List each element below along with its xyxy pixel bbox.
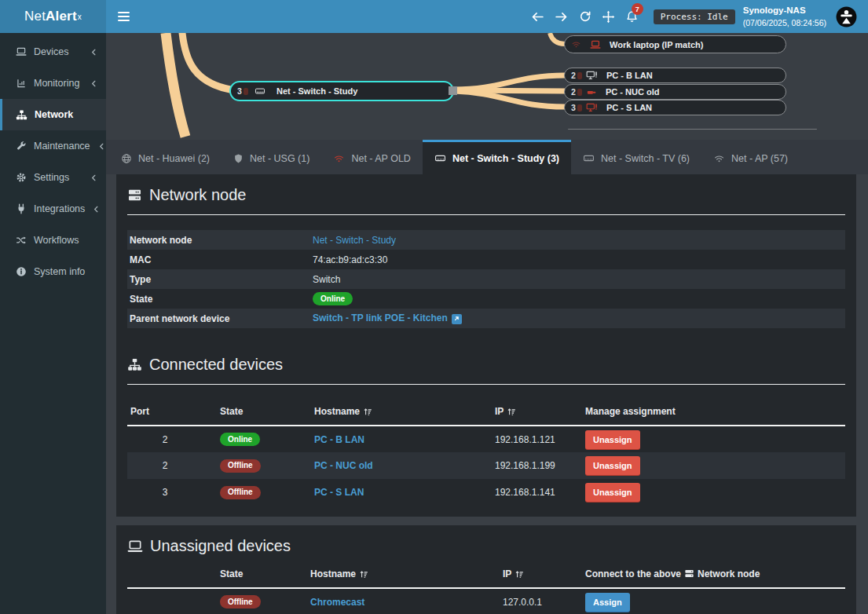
brand-alert: Alert — [46, 9, 77, 24]
mac-value: 74:ac:b9:ad:c3:30 — [310, 250, 845, 269]
topology-node-pc-nuc-old[interactable]: 2 PC - NUC old — [564, 84, 786, 100]
sidebar-item-label: Maintenance — [34, 141, 90, 152]
connected-devices-table: Port State Hostname IP Manage assignment… — [127, 397, 845, 506]
tab-net-switch-tv[interactable]: Net - Switch - TV (6) — [571, 140, 701, 174]
unassign-button[interactable]: Unassign — [585, 430, 640, 449]
hamburger-menu-icon[interactable] — [106, 0, 141, 33]
tab-net-usg[interactable]: Net - USG (1) — [222, 140, 321, 174]
header-ip[interactable]: IP — [495, 397, 585, 426]
header-manage-assignment: Manage assignment — [585, 397, 845, 426]
port-number: 2 — [571, 71, 577, 80]
header-hostname[interactable]: Hostname — [314, 397, 495, 426]
sidebar-item-label: Network — [35, 109, 98, 120]
unassigned-devices-table: State Hostname IP Connect to the aboveNe… — [127, 560, 845, 614]
port-number: 2 — [571, 87, 577, 97]
header-label: Hostname — [310, 568, 356, 579]
tab-net-ap-old[interactable]: Net - AP OLD — [321, 140, 423, 174]
back-arrow-icon[interactable] — [526, 0, 550, 33]
server-icon — [684, 568, 694, 579]
topology-node-label: PC - NUC old — [606, 87, 659, 97]
tab-label: Net - Huawei (2) — [138, 153, 210, 164]
gear-icon — [16, 172, 27, 183]
top-nav: 7 Process: Idle Synology-NAS (07/06/2025… — [106, 0, 868, 33]
app-logo[interactable]: NetAlertx — [0, 0, 106, 33]
sort-icon — [515, 569, 524, 579]
network-node-link[interactable]: Net - Switch - Study — [313, 235, 396, 246]
forward-arrow-icon[interactable] — [550, 0, 573, 33]
status-badge: Offline — [220, 459, 261, 473]
status-badge: Online — [220, 433, 260, 446]
hostname-link[interactable]: Chromecast — [310, 597, 364, 608]
header-ip[interactable]: IP — [503, 560, 585, 588]
laptop-icon — [127, 539, 143, 554]
move-icon[interactable] — [597, 0, 621, 33]
notifications-bell-icon[interactable]: 7 — [621, 0, 644, 33]
tab-net-switch-study[interactable]: Net - Switch - Study (3) — [423, 140, 571, 174]
unassign-button[interactable]: Unassign — [585, 483, 640, 502]
wifi-icon — [333, 153, 345, 164]
user-avatar[interactable] — [836, 6, 857, 27]
hostname-link[interactable]: PC - NUC old — [314, 460, 373, 471]
sidebar-item-label: Monitoring — [34, 78, 82, 89]
wrench-icon — [16, 141, 27, 152]
topology-node-label: PC - B LAN — [606, 71, 653, 80]
sidebar-item-system-info[interactable]: System info — [0, 256, 106, 287]
shield-icon — [233, 153, 244, 164]
sidebar-item-settings[interactable]: Settings — [0, 162, 106, 193]
shuffle-icon — [16, 235, 27, 246]
detail-label: Parent network device — [127, 309, 310, 328]
table-row: 2 Online PC - B LAN 192.168.1.121 Unassi… — [127, 426, 845, 452]
assign-button[interactable]: Assign — [585, 593, 630, 612]
table-row: 3 Offline PC - S LAN 192.168.1.141 Unass… — [127, 479, 845, 506]
wifi-icon — [571, 39, 581, 49]
chevron-left-icon — [92, 205, 101, 214]
topology-node-pc-s-lan[interactable]: 3 PC - S LAN — [564, 100, 786, 115]
topology-partial-node-line — [568, 129, 817, 130]
sort-icon — [363, 407, 372, 416]
header-label: Network node — [698, 568, 760, 579]
tab-net-huawei[interactable]: Net - Huawei (2) — [109, 140, 222, 174]
tab-net-ap[interactable]: Net - AP (57) — [701, 140, 800, 174]
wifi-icon — [713, 153, 725, 164]
switch-icon — [255, 86, 266, 97]
sidebar-item-label: Settings — [34, 172, 82, 183]
parent-device-name: Switch - TP link POE - Kitchen — [313, 312, 448, 323]
laptop-icon — [590, 39, 601, 50]
sidebar-item-maintenance[interactable]: Maintenance — [0, 130, 106, 162]
chevron-left-icon — [97, 142, 106, 151]
chevron-left-icon — [90, 174, 98, 182]
section-title: Unassigned devices — [150, 537, 291, 555]
header-connect: Connect to the aboveNetwork node — [585, 560, 845, 588]
sidebar-item-monitoring[interactable]: Monitoring — [0, 68, 106, 99]
table-row: 2 Offline PC - NUC old 192.168.1.199 Una… — [127, 452, 845, 479]
unassign-button[interactable]: Unassign — [585, 456, 640, 475]
detail-label: Network node — [127, 230, 310, 250]
main-content: 3 Net - Switch - Study Work laptop (IP m… — [106, 33, 868, 614]
sitemap-icon — [16, 109, 27, 121]
table-row: Offline Chromecast 127.0.0.1 Assign — [127, 588, 845, 614]
sidebar-item-network[interactable]: Network — [0, 99, 106, 130]
topology-node-pc-b-lan[interactable]: 2 PC - B LAN — [564, 68, 786, 83]
refresh-icon[interactable] — [573, 0, 597, 33]
divider — [127, 384, 845, 385]
process-status-badge[interactable]: Process: Idle — [654, 9, 735, 24]
ip-cell: 192.168.1.199 — [495, 452, 585, 479]
header-hostname[interactable]: Hostname — [310, 560, 503, 588]
desktop-icon — [586, 70, 598, 81]
table-header-row: State Hostname IP Connect to the aboveNe… — [127, 560, 845, 588]
parent-device-link[interactable]: Switch - TP link POE - Kitchen — [313, 312, 462, 323]
sidebar-item-devices[interactable]: Devices — [0, 36, 106, 68]
sidebar-item-label: Workflows — [34, 235, 98, 246]
chart-icon — [16, 78, 27, 89]
hostname-link[interactable]: PC - B LAN — [314, 434, 364, 445]
hostname-link[interactable]: PC - S LAN — [314, 487, 364, 498]
section-title: Network node — [149, 186, 246, 204]
topology-node-selected[interactable]: 3 Net - Switch - Study — [229, 81, 454, 101]
sidebar-item-integrations[interactable]: Integrations — [0, 193, 106, 225]
topology-node-work-laptop[interactable]: Work laptop (IP match) — [564, 35, 786, 53]
desktop-icon — [586, 102, 598, 113]
plug-icon — [16, 203, 27, 214]
host-timestamp: (07/06/2025, 08:24:56) — [743, 17, 826, 28]
header-label: Connect to the above — [585, 568, 681, 579]
sidebar-item-workflows[interactable]: Workflows — [0, 225, 106, 256]
